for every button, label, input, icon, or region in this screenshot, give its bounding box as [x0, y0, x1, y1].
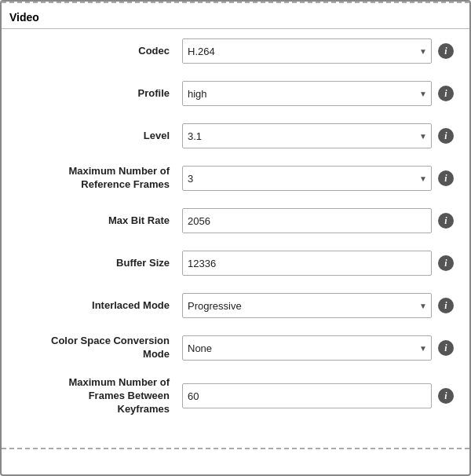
label-profile: Profile: [17, 87, 182, 101]
info-icon-max-keyframe-interval[interactable]: i: [438, 388, 454, 404]
select-max-ref-frames[interactable]: 12345: [182, 166, 432, 191]
info-icon-level[interactable]: i: [438, 128, 454, 144]
field-row-interlaced-mode: Interlaced ModeProgressiveInterlacedMBAF…: [17, 291, 454, 320]
section-title: Video: [2, 5, 469, 29]
field-row-max-bit-rate: Max Bit Ratei: [17, 207, 454, 235]
select-color-space[interactable]: NoneBT.601BT.709: [182, 335, 432, 361]
label-color-space: Color Space ConversionMode: [17, 335, 182, 361]
field-row-color-space: Color Space ConversionModeNoneBT.601BT.7…: [17, 334, 454, 362]
control-profile: highmainbaseline▼i: [182, 81, 454, 106]
info-icon-buffer-size[interactable]: i: [438, 255, 454, 271]
label-buffer-size: Buffer Size: [17, 257, 182, 270]
info-icon-max-ref-frames[interactable]: i: [438, 170, 454, 186]
field-row-max-keyframe-interval: Maximum Number ofFrames BetweenKeyframes…: [17, 376, 454, 416]
select-interlaced-mode[interactable]: ProgressiveInterlacedMBAFF: [182, 293, 432, 318]
info-icon-codec[interactable]: i: [438, 43, 454, 59]
input-max-bit-rate[interactable]: [182, 208, 432, 233]
input-max-keyframe-interval[interactable]: [182, 383, 432, 408]
field-row-max-ref-frames: Maximum Number ofReference Frames12345▼i: [17, 164, 454, 192]
select-profile[interactable]: highmainbaseline: [182, 81, 432, 106]
field-row-buffer-size: Buffer Sizei: [17, 249, 454, 277]
control-max-bit-rate: i: [182, 208, 454, 233]
select-codec[interactable]: H.264H.265MPEG-2MPEG-4: [182, 38, 432, 64]
label-max-bit-rate: Max Bit Rate: [17, 214, 182, 228]
control-interlaced-mode: ProgressiveInterlacedMBAFF▼i: [182, 293, 454, 318]
info-icon-max-bit-rate[interactable]: i: [438, 213, 454, 229]
info-icon-profile[interactable]: i: [438, 86, 454, 101]
control-max-ref-frames: 12345▼i: [182, 166, 454, 191]
control-level: 3.13.04.04.1▼i: [182, 123, 454, 148]
select-level[interactable]: 3.13.04.04.1: [182, 123, 432, 148]
field-row-level: Level3.13.04.04.1▼i: [17, 122, 454, 150]
info-icon-interlaced-mode[interactable]: i: [438, 298, 454, 313]
label-interlaced-mode: Interlaced Mode: [17, 299, 182, 313]
control-max-keyframe-interval: i: [182, 383, 454, 408]
label-max-keyframe-interval: Maximum Number ofFrames BetweenKeyframes: [17, 376, 182, 416]
info-icon-color-space[interactable]: i: [438, 340, 454, 356]
field-row-profile: Profilehighmainbaseline▼i: [17, 79, 454, 108]
control-buffer-size: i: [182, 251, 454, 276]
field-row-codec: CodecH.264H.265MPEG-2MPEG-4▼i: [17, 37, 454, 65]
label-max-ref-frames: Maximum Number ofReference Frames: [17, 165, 182, 192]
input-buffer-size[interactable]: [182, 251, 432, 276]
label-level: Level: [17, 130, 182, 143]
control-color-space: NoneBT.601BT.709▼i: [182, 335, 454, 361]
control-codec: H.264H.265MPEG-2MPEG-4▼i: [182, 38, 454, 64]
label-codec: Codec: [17, 45, 182, 58]
